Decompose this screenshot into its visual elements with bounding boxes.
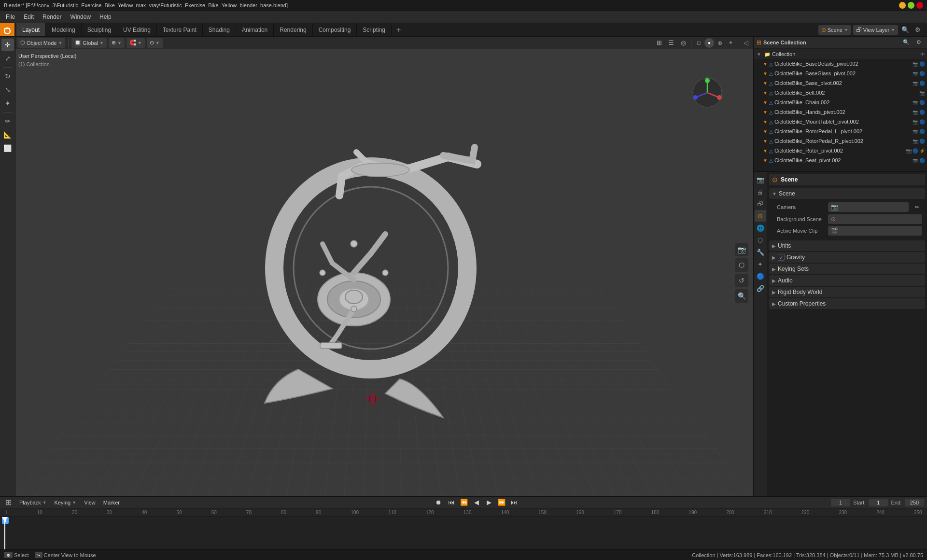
tab-modeling[interactable]: Modeling [46,23,82,36]
camera-icon-9[interactable]: 📷 [906,148,912,154]
pivot-selector[interactable]: ⊕ ▼ [109,38,125,48]
render-icon-2[interactable]: 🔵 [919,81,925,86]
tab-uv-editing[interactable]: UV Editing [117,23,157,36]
playback-btn[interactable]: Playback ▼ [17,499,49,506]
menu-window[interactable]: Window [66,13,95,21]
props-tab-output[interactable]: 🖨 [755,186,766,197]
tab-layout[interactable]: Layout [16,23,46,36]
tab-compositing[interactable]: Compositing [313,23,357,36]
props-tab-scene[interactable]: ⊙ [755,210,766,222]
camera-icon-8[interactable]: 📷 [913,139,918,144]
overlay-toggle[interactable]: ☰ [666,38,676,48]
gizmo-toggle[interactable]: ⊞ [654,38,664,48]
camera-icon-3[interactable]: 📷 [919,90,925,96]
tab-rendering[interactable]: Rendering [274,23,312,36]
current-frame-input[interactable]: 1 [831,499,850,506]
tab-scripting[interactable]: Scripting [357,23,392,36]
keying-btn[interactable]: Keying ▼ [53,499,79,506]
outliner-item-0[interactable]: ▼ △ CiclotteBike_BaseDetails_pivot.002 📷… [754,59,927,69]
maximize-button[interactable] [908,2,914,9]
camera-icon-5[interactable]: 📷 [913,110,918,115]
gravity-section-header[interactable]: ▶ ✓ Gravity [769,252,925,263]
outliner-item-6[interactable]: ▼ △ CiclotteBike_MountTablet_pivot.002 📷… [754,117,927,126]
props-tab-render[interactable]: 📷 [755,174,766,185]
tab-animation[interactable]: Animation [236,23,274,36]
render-icon-1[interactable]: 🔵 [919,71,925,76]
material-preview-shading[interactable]: ◍ [715,38,725,48]
tab-texture-paint[interactable]: Texture Paint [157,23,203,36]
background-scene-value[interactable]: ⊙ [828,214,922,224]
transform-tool[interactable]: ✦ [1,97,14,110]
cursor-tool[interactable]: ✛ [1,39,14,51]
props-tab-constraint[interactable]: 🔗 [755,282,766,294]
camera-prop-value[interactable]: 📷 [828,202,909,212]
props-tab-view-layer[interactable]: 🗗 [755,198,766,210]
viewport-selector[interactable]: 🔲 Global ▼ [71,38,107,48]
gravity-checkbox[interactable]: ✓ [778,254,785,261]
props-tab-physics[interactable]: 🔵 [755,270,766,282]
end-frame-input[interactable]: 250 [905,499,924,506]
scene-selector[interactable]: ⊙ Scene ▼ [818,25,851,35]
settings-icon-header[interactable]: ⚙ [913,25,923,35]
camera-icon-10[interactable]: 📷 [913,158,918,163]
menu-render[interactable]: Render [39,13,65,21]
outliner-item-8[interactable]: ▼ △ CiclotteBike_RotorPedal_R_pivot.002 … [754,136,927,146]
render-icon-7[interactable]: 🔵 [919,129,925,134]
minimize-button[interactable] [899,2,906,9]
timeline-menu[interactable]: ⊞ [3,497,14,508]
snap-selector[interactable]: 🧲 ▼ [126,38,145,48]
add-workspace-button[interactable]: + [392,23,406,36]
measure-tool[interactable]: 📐 [1,128,14,141]
n-panel-toggle[interactable]: ◁ [741,38,751,48]
outliner-item-4[interactable]: ▼ △ CiclotteBike_Chain.002 📷 🔵 [754,98,927,107]
rendered-shading[interactable]: ☀ [726,38,735,48]
camera-icon-2[interactable]: 📷 [913,81,918,86]
camera-icon-7[interactable]: 📷 [913,129,918,134]
tab-sculpting[interactable]: Sculpting [82,23,117,36]
outliner-item-7[interactable]: ▼ △ CiclotteBike_RotorPedal_L_pivot.002 … [754,126,927,136]
active-movie-clip-value[interactable]: 🎬 [828,226,922,236]
render-icon-9[interactable]: 🔵 [913,148,918,154]
menu-help[interactable]: Help [96,13,115,21]
keying-sets-header[interactable]: ▶ Keying Sets [769,264,925,274]
camera-icon-6[interactable]: 📷 [913,119,918,125]
render-icon-4[interactable]: 🔵 [919,100,925,105]
extra-icon-9[interactable]: ⚡ [919,148,925,154]
audio-section-header[interactable]: ▶ Audio [769,275,925,286]
move-tool[interactable]: ⤢ [1,52,14,65]
render-icon-5[interactable]: 🔵 [919,110,925,115]
render-icon-0[interactable]: 🔵 [919,61,925,67]
xray-toggle[interactable]: ◎ [678,38,688,48]
solid-shading[interactable]: ● [704,38,714,48]
wireframe-shading[interactable]: ◻ [694,38,703,48]
step-fwd-btn[interactable]: ⏩ [496,497,507,508]
outliner-filter[interactable]: 🔍 [901,37,912,48]
record-btn[interactable]: ⏺ [434,497,444,508]
props-tab-world[interactable]: 🌐 [755,222,766,234]
outliner-settings[interactable]: ⚙ [913,37,924,48]
outliner-item-5[interactable]: ▼ △ CiclotteBike_Hands_pivot.002 📷 🔵 [754,107,927,117]
timeline-ruler[interactable]: 1 10 20 30 40 50 60 70 80 90 100 110 120… [0,508,927,549]
props-tab-particles[interactable]: ✦ [755,258,766,270]
marker-btn[interactable]: Marker [101,499,122,506]
rigid-body-world-header[interactable]: ▶ Rigid Body World [769,287,925,297]
camera-icon-1[interactable]: 📷 [913,71,918,76]
axis-gizmo[interactable]: Y X Z [690,76,724,110]
proportional-edit[interactable]: ⊙ ▼ [147,38,163,48]
add-cube-tool[interactable]: ⬜ [1,142,14,154]
scale-tool[interactable]: ⤡ [1,84,14,96]
units-section-header[interactable]: ▶ Units [769,240,925,251]
render-icon-10[interactable]: 🔵 [919,158,925,163]
jump-end-btn[interactable]: ⏭ [509,497,520,508]
outliner-item-2[interactable]: ▼ △ CiclotteBike_Base_pivot.002 📷 🔵 [754,78,927,88]
mode-selector[interactable]: ⬡ Object Mode ▼ [17,38,65,48]
visibility-icon[interactable]: 👁 [920,52,925,57]
rotate-tool[interactable]: ↻ [1,70,14,83]
annotate-tool[interactable]: ✏ [1,115,14,127]
viewport-canvas[interactable]: User Perspective (Local) (1) Collection [15,49,753,496]
play-btn[interactable]: ▶ [484,497,494,508]
camera-icon-4[interactable]: 📷 [913,100,918,105]
camera-view-icon[interactable]: 📷 [735,243,748,256]
props-tab-object[interactable]: ⬡ [755,234,766,246]
jump-start-btn[interactable]: ⏮ [446,497,457,508]
